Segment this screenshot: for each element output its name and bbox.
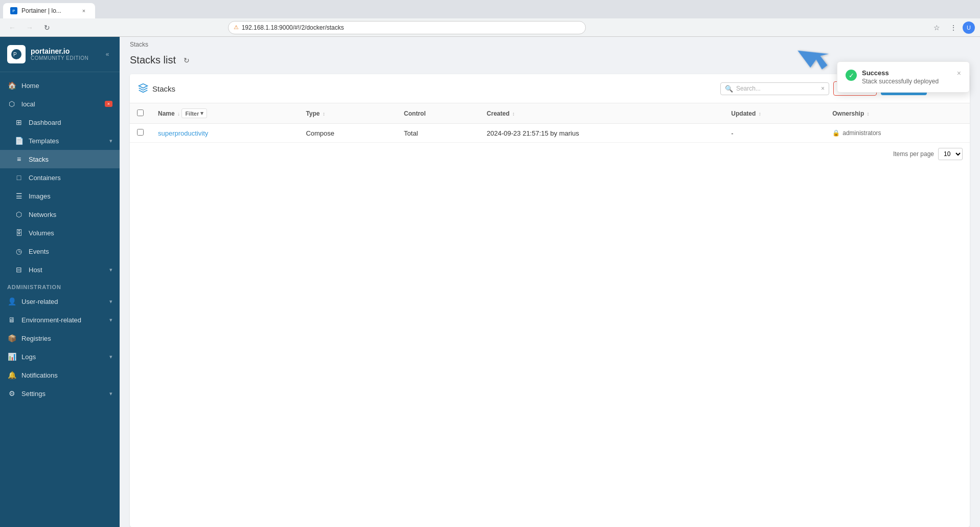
sidebar-item-logs[interactable]: 📊 Logs ▾ <box>0 347 120 366</box>
toast-title: Success <box>862 69 952 77</box>
local-close-badge[interactable]: × <box>105 101 112 107</box>
settings-icon: ⚙ <box>7 389 16 398</box>
sidebar-item-images[interactable]: ☰ Images <box>0 187 120 205</box>
volumes-icon: 🗄 <box>14 228 24 237</box>
toast-notification: ✓ Success Stack successfully deployed × <box>837 61 970 93</box>
row-updated-cell: - <box>724 124 825 143</box>
images-label: Images <box>29 192 112 200</box>
bookmark-button[interactable]: ☆ <box>930 20 944 35</box>
sidebar-logo: P portainer.io Community Edition « <box>0 37 120 72</box>
sidebar-item-environment-related[interactable]: 🖥 Environment-related ▾ <box>0 311 120 329</box>
items-per-page-select[interactable]: 10 25 50 <box>938 148 963 160</box>
admin-section-header: Administration <box>0 279 120 292</box>
ownership-value: administrators <box>842 129 881 137</box>
stack-name-link[interactable]: superproductivity <box>158 129 208 137</box>
row-created-cell: 2024-09-23 21:57:15 by marius <box>480 124 724 143</box>
back-button[interactable]: ← <box>5 20 19 35</box>
stacks-icon: ≡ <box>14 155 24 164</box>
reload-button[interactable]: ↻ <box>40 20 54 35</box>
sidebar-item-volumes[interactable]: 🗄 Volumes <box>0 224 120 242</box>
th-type: Type ↕ <box>299 103 397 124</box>
stacks-panel-icon <box>138 83 148 95</box>
search-box: 🔍 × <box>720 82 829 95</box>
toast-content: Success Stack successfully deployed <box>862 69 952 85</box>
address-text: 192.168.1.18:9000/#!/2/docker/stacks <box>242 24 344 31</box>
environment-related-chevron-icon: ▾ <box>109 317 112 323</box>
images-icon: ☰ <box>14 191 24 201</box>
networks-icon: ⬡ <box>14 210 24 219</box>
containers-label: Containers <box>29 174 112 182</box>
sidebar-item-events[interactable]: ◷ Events <box>0 242 120 260</box>
events-label: Events <box>29 248 112 255</box>
refresh-button[interactable]: ↻ <box>181 55 192 66</box>
main-content: Stacks Stacks list ↻ Stacks <box>120 37 980 527</box>
table-body: superproductivity Compose Total 2024-09-… <box>130 124 970 143</box>
dashboard-icon: ⊞ <box>14 118 24 127</box>
sidebar-item-stacks[interactable]: ≡ Stacks <box>0 150 120 168</box>
browser-tabs: P Portainer | lo... × <box>0 0 980 18</box>
tab-close-button[interactable]: × <box>80 7 88 15</box>
profile-avatar[interactable]: U <box>963 21 975 34</box>
row-checkbox[interactable] <box>137 129 144 136</box>
sidebar-item-home[interactable]: 🏠 Home <box>0 76 120 95</box>
search-clear-button[interactable]: × <box>821 85 825 92</box>
filter-button[interactable]: Filter ▾ <box>181 108 207 118</box>
browser-tab-active[interactable]: P Portainer | lo... × <box>3 3 95 18</box>
sidebar: P portainer.io Community Edition « 🏠 Hom… <box>0 37 120 527</box>
logs-icon: 📊 <box>7 352 16 361</box>
sidebar-item-registries[interactable]: 📦 Registries <box>0 329 120 347</box>
local-label: local <box>21 100 100 108</box>
th-control: Control <box>397 103 480 124</box>
row-type-cell: Compose <box>299 124 397 143</box>
row-ownership-cell: 🔒 administrators <box>825 124 970 143</box>
created-sort-icon: ↕ <box>512 111 515 117</box>
toast-close-button[interactable]: × <box>957 69 961 77</box>
forward-button[interactable]: → <box>22 20 37 35</box>
search-input[interactable] <box>736 85 818 92</box>
app-container: P portainer.io Community Edition « 🏠 Hom… <box>0 37 980 527</box>
dashboard-label: Dashboard <box>29 119 112 126</box>
logs-chevron-icon: ▾ <box>109 354 112 360</box>
settings-chevron-icon: ▾ <box>109 390 112 397</box>
logo-text: portainer.io Community Edition <box>31 47 88 62</box>
select-all-checkbox[interactable] <box>137 109 144 116</box>
brand-name: portainer.io <box>31 47 88 56</box>
host-chevron-icon: ▾ <box>109 267 112 273</box>
items-per-page-label: Items per page <box>893 150 934 158</box>
name-sort-icon: ↓ <box>177 111 180 117</box>
sidebar-collapse-button[interactable]: « <box>102 49 112 59</box>
sidebar-item-templates[interactable]: 📄 Templates ▾ <box>0 131 120 150</box>
local-icon: ⬡ <box>7 99 16 108</box>
home-label: Home <box>21 82 112 90</box>
sidebar-item-local[interactable]: ⬡ local × <box>0 95 120 113</box>
events-icon: ◷ <box>14 247 24 256</box>
sidebar-item-notifications[interactable]: 🔔 Notifications <box>0 366 120 384</box>
tab-favicon: P <box>10 7 17 14</box>
sidebar-item-dashboard[interactable]: ⊞ Dashboard <box>0 113 120 131</box>
address-bar[interactable]: ⚠ 192.168.1.18:9000/#!/2/docker/stacks <box>228 21 586 34</box>
extensions-button[interactable]: ⋮ <box>946 20 961 35</box>
notifications-label: Notifications <box>21 371 112 379</box>
registries-label: Registries <box>21 335 112 342</box>
stacks-label: Stacks <box>29 156 112 163</box>
page-title: Stacks list <box>130 54 176 66</box>
admin-section-label: Administration <box>7 284 61 290</box>
sidebar-item-host[interactable]: ⊟ Host ▾ <box>0 260 120 279</box>
environment-related-label: Environment-related <box>21 316 104 324</box>
user-related-icon: 👤 <box>7 297 16 306</box>
sidebar-item-containers[interactable]: □ Containers <box>0 168 120 187</box>
row-checkbox-cell <box>130 124 151 143</box>
panel-title: Stacks <box>138 83 175 95</box>
host-label: Host <box>29 266 104 274</box>
ownership-icon: 🔒 <box>832 129 840 137</box>
templates-label: Templates <box>29 137 104 145</box>
volumes-label: Volumes <box>29 229 112 237</box>
sidebar-item-settings[interactable]: ⚙ Settings ▾ <box>0 384 120 403</box>
browser-chrome: P Portainer | lo... × ← → ↻ ⚠ 192.168.1.… <box>0 0 980 37</box>
lock-icon: ⚠ <box>234 24 239 31</box>
host-icon: ⊟ <box>14 265 24 274</box>
tab-title: Portainer | lo... <box>21 7 61 14</box>
user-related-chevron-icon: ▾ <box>109 298 112 305</box>
sidebar-item-user-related[interactable]: 👤 User-related ▾ <box>0 292 120 311</box>
sidebar-item-networks[interactable]: ⬡ Networks <box>0 205 120 224</box>
